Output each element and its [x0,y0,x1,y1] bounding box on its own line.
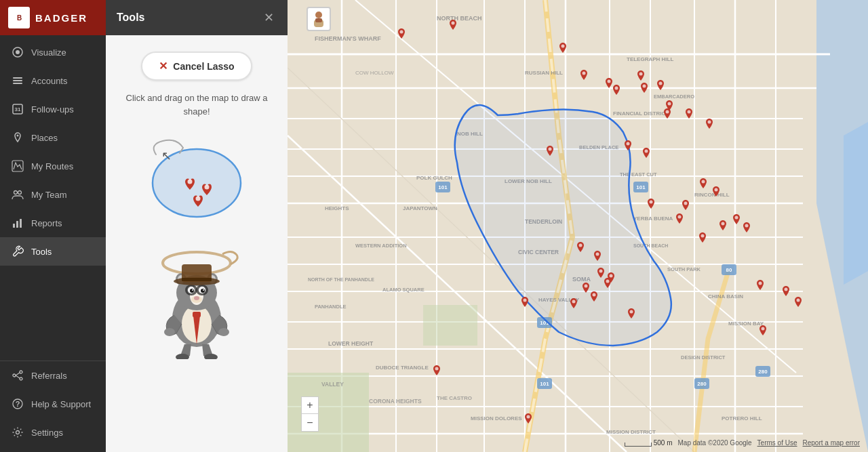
svg-point-169 [572,300,576,304]
sidebar-item-visualize[interactable]: Visualize [0,38,106,66]
visualize-icon [11,45,24,59]
svg-point-180 [610,274,613,278]
svg-point-162 [701,234,705,238]
svg-rect-2 [13,77,22,79]
svg-point-44 [192,289,193,291]
svg-point-149 [608,80,611,83]
tools-close-button[interactable]: ✕ [260,9,277,26]
svg-text:YERBA BUENA: YERBA BUENA [633,215,673,222]
svg-point-153 [627,142,630,146]
svg-point-173 [650,201,653,204]
svg-text:EMBARCADERO: EMBARCADERO [654,94,694,100]
sidebar-item-followups[interactable]: 31 Follow-ups [0,95,106,123]
svg-point-163 [579,244,583,247]
sidebar-item-referrals[interactable]: Referrals [0,361,106,390]
svg-point-154 [549,148,552,151]
svg-rect-13 [20,219,22,228]
svg-point-166 [606,280,610,283]
svg-point-159 [702,180,705,184]
my-team-label: My Team [31,190,67,200]
accounts-label: Accounts [31,76,67,86]
svg-text:SOUTH PARK: SOUTH PARK [667,266,701,272]
svg-rect-12 [16,221,18,228]
map-person-icon[interactable] [307,7,331,31]
cancel-lasso-button[interactable]: ✕ Cancel Lasso [141,52,252,81]
sidebar-item-my-team[interactable]: My Team [0,180,106,209]
sidebar-item-places[interactable]: Places [0,123,106,152]
svg-text:80: 80 [726,267,732,273]
svg-point-9 [14,191,18,194]
reports-icon [11,216,24,230]
sidebar-item-help[interactable]: ? Help & Support [0,390,106,418]
svg-point-10 [18,191,22,194]
svg-point-168 [593,293,596,297]
svg-text:DUBOCE TRIANGLE: DUBOCE TRIANGLE [376,365,429,371]
map-report-error[interactable]: Report a map error [803,439,860,447]
svg-point-147 [643,85,646,88]
svg-text:POLK GULCH: POLK GULCH [416,175,452,181]
svg-text:NORTH OF THE PANHANDLE: NORTH OF THE PANHANDLE [308,277,374,282]
svg-text:MISSION DOLORES: MISSION DOLORES [471,415,522,422]
sidebar-item-reports[interactable]: Reports [0,209,106,237]
tools-icon [11,245,24,258]
map-area[interactable]: FISHERMAN'S WHARF NORTH BEACH COW HOLLOW… [288,0,868,452]
svg-point-170 [524,299,527,302]
map-attribution: Map data ©2020 Google [677,439,751,447]
svg-point-155 [645,150,648,153]
sidebar-item-accounts[interactable]: Accounts [0,66,106,95]
svg-text:LOWER HEIGHT: LOWER HEIGHT [328,340,374,347]
svg-text:COW HOLLOW: COW HOLLOW [355,70,394,76]
help-icon: ? [11,397,24,411]
svg-point-165 [599,270,603,273]
svg-point-55 [164,328,175,336]
svg-text:ALAMO SQUARE: ALAMO SQUARE [382,287,425,293]
svg-rect-11 [13,224,15,228]
svg-point-182 [785,288,788,291]
map-footer: 500 m Map data ©2020 Google Terms of Use… [625,439,860,447]
svg-point-151 [615,87,618,90]
map-terms[interactable]: Terms of Use [757,439,797,447]
sidebar-bottom: Referrals ? Help & Support Settings [0,361,106,452]
svg-text:RUSSIAN HILL: RUSSIAN HILL [525,70,563,76]
sidebar-item-settings[interactable]: Settings [0,418,106,447]
svg-text:101: 101 [636,184,646,190]
logo-icon: B [8,7,30,28]
svg-point-177 [745,224,749,228]
svg-line-17 [16,373,20,375]
cancel-x-icon: ✕ [159,60,167,73]
sidebar-item-my-routes[interactable]: My Routes [0,152,106,180]
scale-label: 500 m [654,439,673,447]
svg-point-175 [684,202,688,205]
svg-text:WESTERN ADDITION: WESTERN ADDITION [355,243,407,249]
svg-text:?: ? [16,400,20,408]
followups-label: Follow-ups [31,104,74,115]
svg-point-179 [630,310,633,314]
svg-text:JAPANTOWN: JAPANTOWN [403,205,437,211]
tools-header: Tools ✕ [106,0,288,35]
sidebar-item-tools[interactable]: Tools [0,237,106,266]
svg-text:RINCON HILL: RINCON HILL [694,192,730,198]
svg-line-18 [16,375,20,378]
my-routes-icon [11,159,24,173]
svg-point-15 [20,377,22,380]
svg-point-56 [218,328,229,336]
svg-point-183 [797,299,800,302]
scale-line [625,443,652,447]
svg-point-45 [203,289,204,291]
tools-content: ✕ Cancel Lasso Click and drag on the map… [106,35,288,370]
logo-area: B BADGER [0,0,106,35]
svg-point-184 [315,12,322,18]
svg-point-143 [400,30,403,34]
zoom-out-button[interactable]: − [301,414,319,432]
svg-point-25 [205,185,210,190]
svg-rect-186 [315,18,322,22]
svg-point-158 [708,121,711,124]
svg-point-161 [722,222,725,226]
svg-rect-58 [193,312,201,317]
map-zoom-controls: + − [301,396,319,432]
svg-point-150 [659,82,663,85]
svg-point-16 [13,374,16,377]
zoom-in-button[interactable]: + [301,396,319,414]
svg-point-7 [17,135,19,137]
accounts-icon [11,74,24,87]
